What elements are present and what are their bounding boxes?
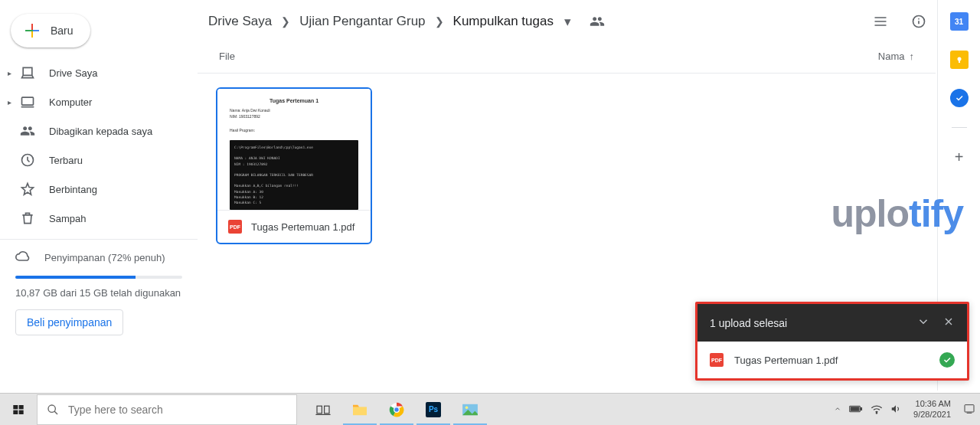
storage-label: Penyimpanan (72% penuh) — [44, 252, 165, 263]
pdf-icon: PDF — [228, 220, 242, 234]
list-view-icon[interactable] — [871, 12, 890, 31]
upload-toast-header: 1 upload selesai — [697, 304, 967, 342]
taskbar-clock[interactable]: 10:36 AM 9/28/2021 — [909, 399, 956, 419]
file-name: Tugas Pertemuan 1.pdf — [251, 221, 354, 233]
sidebar-item-recent[interactable]: Terbaru — [0, 145, 184, 175]
calendar-icon[interactable]: 31 — [950, 12, 969, 31]
sidebar-item-trash[interactable]: Sampah — [0, 204, 184, 233]
cloud-icon — [15, 249, 31, 266]
sidebar: Baru ▸ Drive Saya ▸ Komputer Dibagikan k… — [0, 0, 198, 391]
chrome-icon[interactable] — [378, 394, 415, 425]
upload-item-name: Tugas Pertemuan 1.pdf — [734, 355, 838, 366]
storage-bar — [15, 276, 182, 279]
photos-icon[interactable] — [452, 394, 488, 425]
sidebar-item-label: Dibagikan kepada saya — [49, 126, 152, 137]
info-icon[interactable] — [910, 12, 928, 31]
sidebar-item-storage[interactable]: Penyimpanan (72% penuh) — [15, 249, 182, 266]
file-meta: PDF Tugas Pertemuan 1.pdf — [217, 210, 371, 243]
tray-chevron-icon[interactable] — [834, 405, 841, 414]
svg-point-17 — [394, 407, 400, 412]
svg-rect-10 — [19, 410, 24, 414]
chevron-down-icon[interactable] — [916, 315, 930, 331]
search-icon — [47, 404, 59, 416]
svg-rect-8 — [19, 405, 24, 409]
windows-icon — [12, 404, 24, 416]
windows-taskbar: Type here to search Ps 10:36 AM 9/28/202… — [0, 393, 980, 425]
storage-used-text: 10,87 GB dari 15 GB telah digunakan — [15, 286, 182, 300]
task-view-icon[interactable] — [305, 394, 341, 425]
taskbar-apps: Ps — [305, 394, 488, 425]
svg-rect-12 — [317, 406, 322, 414]
battery-icon[interactable] — [849, 404, 863, 415]
search-placeholder: Type here to search — [68, 404, 163, 416]
sidebar-item-label: Terbaru — [49, 155, 83, 166]
svg-rect-9 — [13, 410, 18, 414]
shared-icon — [18, 122, 37, 140]
sort-label: Nama — [878, 51, 905, 62]
storage-section: Penyimpanan (72% penuh) 10,87 GB dari 15… — [0, 249, 198, 335]
svg-rect-7 — [13, 405, 18, 409]
sidebar-item-label: Berbintang — [49, 184, 97, 195]
breadcrumb-folder[interactable]: Ujian Pengantar Grup — [296, 11, 428, 32]
svg-rect-14 — [353, 407, 367, 415]
plus-icon — [23, 21, 41, 40]
breadcrumb-current[interactable]: Kumpulkan tugas — [450, 11, 557, 32]
computer-icon — [18, 93, 37, 111]
expand-icon[interactable]: ▸ — [8, 98, 18, 106]
file-thumbnail: Tugas Pertemuan 1 Nama: Anja Dwi Konadi … — [217, 89, 371, 210]
people-icon[interactable] — [588, 12, 606, 31]
notifications-icon[interactable] — [963, 403, 975, 417]
volume-icon[interactable] — [890, 404, 901, 416]
success-icon — [939, 352, 955, 368]
wifi-icon[interactable] — [871, 404, 883, 416]
svg-rect-6 — [959, 60, 960, 63]
dropdown-icon[interactable]: ▾ — [564, 14, 571, 30]
file-grid: Tugas Pertemuan 1 Nama: Anja Dwi Konadi … — [198, 74, 936, 258]
svg-rect-3 — [22, 97, 34, 105]
tasks-icon[interactable] — [950, 89, 969, 107]
start-button[interactable] — [0, 394, 37, 425]
svg-rect-24 — [965, 404, 974, 411]
view-controls — [871, 12, 928, 31]
divider — [952, 127, 967, 128]
taskbar-search[interactable]: Type here to search — [37, 394, 297, 425]
photoshop-icon[interactable]: Ps — [415, 394, 452, 425]
svg-rect-21 — [861, 407, 862, 410]
close-icon[interactable] — [942, 315, 955, 330]
my-drive-icon — [18, 64, 37, 82]
top-toolbar: Drive Saya ❯ Ujian Pengantar Grup ❯ Kump… — [198, 0, 936, 43]
expand-icon[interactable]: ▸ — [8, 69, 18, 77]
sidebar-item-starred[interactable]: Berbintang — [0, 175, 184, 204]
column-sort[interactable]: Nama ↑ — [878, 51, 914, 62]
sidebar-item-label: Sampah — [49, 213, 86, 224]
recent-icon — [18, 151, 37, 169]
svg-point-11 — [48, 405, 55, 412]
svg-point-5 — [957, 57, 961, 61]
file-explorer-icon[interactable] — [341, 394, 378, 425]
buy-storage-button[interactable]: Beli penyimpanan — [15, 309, 123, 335]
sidebar-item-my-drive[interactable]: ▸ Drive Saya — [0, 58, 184, 87]
pdf-icon: PDF — [710, 353, 724, 367]
sidebar-item-shared[interactable]: Dibagikan kepada saya — [0, 116, 184, 145]
trash-icon — [18, 209, 37, 227]
keep-icon[interactable] — [950, 51, 969, 69]
sidebar-item-label: Drive Saya — [49, 67, 98, 79]
new-button[interactable]: Baru — [11, 14, 90, 47]
chevron-right-icon: ❯ — [435, 15, 444, 28]
breadcrumb: Drive Saya ❯ Ujian Pengantar Grup ❯ Kump… — [205, 11, 606, 32]
upload-item[interactable]: PDF Tugas Pertemuan 1.pdf — [697, 342, 967, 378]
sidebar-item-computers[interactable]: ▸ Komputer — [0, 87, 184, 116]
file-card[interactable]: Tugas Pertemuan 1 Nama: Anja Dwi Konadi … — [216, 87, 372, 244]
sidebar-item-label: Komputer — [49, 96, 92, 108]
svg-point-19 — [466, 406, 469, 409]
system-tray: 10:36 AM 9/28/2021 — [834, 394, 980, 425]
column-header: File Nama ↑ — [198, 43, 936, 74]
svg-rect-22 — [851, 407, 859, 410]
add-addon-icon[interactable]: + — [950, 148, 969, 166]
breadcrumb-root[interactable]: Drive Saya — [205, 11, 275, 32]
column-file[interactable]: File — [219, 51, 878, 62]
svg-point-23 — [876, 412, 877, 413]
clock-date: 9/28/2021 — [913, 410, 951, 420]
clock-time: 10:36 AM — [913, 399, 951, 409]
star-icon — [18, 180, 37, 198]
